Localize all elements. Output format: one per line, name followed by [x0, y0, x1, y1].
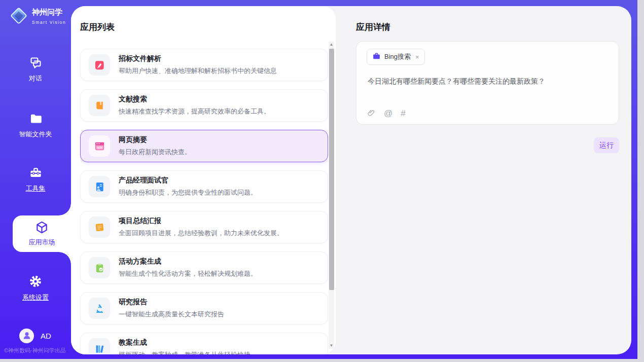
- at-mention-icon[interactable]: @: [384, 109, 392, 118]
- prompt-card: Bing搜索 × 今日湖北有哪些新闻要点？有哪些需要关注的最新政策？ @ #: [356, 41, 619, 125]
- composer-toolbar: @ #: [367, 108, 406, 118]
- sidebar-item-toolset[interactable]: 工具集: [0, 166, 71, 193]
- app-name: 产品经理面试官: [119, 176, 257, 185]
- copyright-text: ©神州数码·神州问学出品: [4, 347, 66, 354]
- paperclip-icon[interactable]: [367, 108, 376, 118]
- app-desc: 全面回顾项目进展，总结经验教训，助力未来优化发展。: [119, 229, 283, 238]
- app-list: 招标文件解析 帮助用户快速、准确地理解和解析招标书中的关键信息 文献搜索 快速精…: [80, 49, 328, 354]
- sidebar-item-label: 系统设置: [0, 293, 71, 302]
- app-desc: 明确身份和职责，为您提供专业性的面试问题。: [119, 188, 257, 197]
- sidebar-item-label: 对话: [0, 74, 71, 83]
- scroll-up-icon[interactable]: ▲: [329, 42, 334, 48]
- sidebar-item-label: 智能文件夹: [0, 130, 71, 139]
- app-name: 研究报告: [119, 298, 224, 307]
- list-item-literature-search[interactable]: 文献搜索 快速精准查找学术资源，提高研究效率的必备工具。: [80, 89, 328, 122]
- sidebar-item-chat[interactable]: 对话: [0, 56, 71, 83]
- app-list-title: 应用列表: [80, 21, 115, 33]
- sidebar-item-app-market-active[interactable]: 应用市场: [13, 215, 71, 252]
- app-name: 招标文件解析: [119, 54, 277, 63]
- app-desc: 帮助用户快速、准确地理解和解析招标书中的关键信息: [119, 66, 277, 76]
- app-name: 项目总结汇报: [119, 216, 283, 226]
- clipboard-check-icon: [89, 257, 110, 278]
- briefcase-icon: [372, 52, 381, 62]
- app-name: 文献搜索: [119, 95, 270, 104]
- folder-icon: [29, 112, 43, 126]
- app-desc: 一键智能生成高质量长文本研究报告: [119, 310, 224, 319]
- microscope-icon: [89, 298, 110, 319]
- pen-square-icon: [89, 54, 110, 76]
- tool-chip-bing-search[interactable]: Bing搜索 ×: [367, 49, 425, 65]
- app-window: 神州问学 Smart Vision 对话 智能文件夹 工具集 应用市场 系统设置: [0, 0, 637, 359]
- brand-tagline: Smart Vision: [32, 20, 66, 25]
- hash-icon[interactable]: #: [401, 109, 405, 118]
- cube-icon: [34, 220, 49, 235]
- app-name: 活动方案生成: [119, 257, 257, 266]
- app-desc: 智能生成个性化活动方案，轻松解决规划难题。: [119, 269, 257, 278]
- list-item-project-summary[interactable]: 项目总结汇报 全面回顾项目进展，总结经验教训，助力未来优化发展。: [80, 211, 328, 243]
- chat-icon: [29, 56, 43, 70]
- list-item-web-summary-selected[interactable]: </> 网页摘要 每日政府新闻资讯快查。: [80, 130, 328, 162]
- run-button[interactable]: 运行: [594, 137, 619, 153]
- list-item-lesson-plan[interactable]: 教案生成 模板驱动，教案秒成，教学准备从此轻松快捷: [80, 333, 328, 354]
- sidebar-item-smart-folder[interactable]: 智能文件夹: [0, 112, 71, 139]
- tool-chip-label: Bing搜索: [384, 52, 411, 61]
- sidebar-item-label: 工具集: [0, 184, 71, 193]
- sidebar: 神州问学 Smart Vision 对话 智能文件夹 工具集 应用市场 系统设置: [0, 0, 71, 359]
- sidebar-item-system-settings[interactable]: 系统设置: [0, 274, 71, 302]
- gear-icon: [28, 274, 43, 288]
- brand-name: 神州问学: [32, 8, 62, 16]
- app-name: 网页摘要: [119, 135, 191, 144]
- app-list-panel: 应用列表 招标文件解析 帮助用户快速、准确地理解和解析招标书中的关键信息 文献搜…: [71, 6, 336, 354]
- close-icon[interactable]: ×: [415, 53, 419, 61]
- user-account[interactable]: AD: [19, 329, 51, 343]
- person-icon: [22, 330, 32, 342]
- toolbox-icon: [29, 166, 43, 180]
- app-name: 教案生成: [119, 338, 251, 347]
- list-item-research-report[interactable]: 研究报告 一键智能生成高质量长文本研究报告: [80, 292, 328, 324]
- main-content: 应用列表 招标文件解析 帮助用户快速、准确地理解和解析招标书中的关键信息 文献搜…: [71, 6, 631, 354]
- book-icon: [89, 95, 110, 116]
- svg-text:</>: </>: [97, 146, 102, 149]
- brand-logo: 神州问学 Smart Vision: [10, 7, 71, 27]
- browser-code-icon: </>: [89, 135, 110, 157]
- list-item-bid-analysis[interactable]: 招标文件解析 帮助用户快速、准确地理解和解析招标书中的关键信息: [80, 49, 328, 81]
- app-detail-title: 应用详情: [356, 21, 390, 33]
- sidebar-item-label: 应用市场: [13, 238, 71, 247]
- person-doc-icon: [89, 176, 110, 197]
- app-desc: 每日政府新闻资讯快查。: [119, 148, 191, 157]
- app-desc: 模板驱动，教案秒成，教学准备从此轻松快捷: [119, 350, 251, 354]
- brand-diamond-icon: [10, 7, 28, 27]
- scroll-down-icon[interactable]: ▼: [329, 343, 334, 349]
- app-desc: 快速精准查找学术资源，提高研究效率的必备工具。: [119, 107, 270, 116]
- active-tab-curve-top: [59, 203, 71, 215]
- user-initials: AD: [41, 332, 51, 340]
- avatar: [19, 329, 34, 343]
- scrollbar-thumb[interactable]: [329, 49, 334, 290]
- list-item-event-plan[interactable]: 活动方案生成 智能生成个性化活动方案，轻松解决规划难题。: [80, 251, 328, 284]
- note-icon: [89, 216, 110, 238]
- app-detail-panel: 应用详情 Bing搜索 × 今日湖北有哪些新闻要点？有哪些需要关注的最新政策？ …: [336, 6, 631, 354]
- active-tab-curve-bottom: [59, 252, 71, 264]
- books-icon: [89, 338, 110, 354]
- list-item-pm-interviewer[interactable]: 产品经理面试官 明确身份和职责，为您提供专业性的面试问题。: [80, 170, 328, 203]
- list-scrollbar[interactable]: ▲ ▼: [329, 42, 334, 349]
- query-input[interactable]: 今日湖北有哪些新闻要点？有哪些需要关注的最新政策？: [368, 77, 609, 86]
